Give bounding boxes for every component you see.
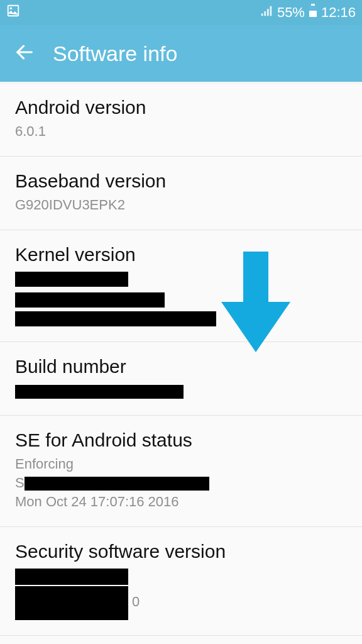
row-title: Baseband version — [15, 170, 347, 192]
signal-icon — [260, 4, 273, 21]
redaction — [15, 385, 184, 399]
row-value: Enforcing S Mon Oct 24 17:07:16 2016 — [15, 455, 347, 511]
image-icon — [6, 4, 20, 21]
row-title: SE for Android status — [15, 430, 347, 451]
row-value — [15, 269, 347, 326]
row-value — [15, 381, 347, 400]
row-title: Kernel version — [15, 244, 347, 265]
battery-icon — [309, 4, 317, 21]
page-title: Software info — [53, 42, 177, 66]
svg-rect-3 — [311, 4, 315, 6]
row-title: Build number — [15, 356, 347, 377]
settings-list: Android version 6.0.1 Baseband version G… — [0, 82, 362, 644]
clock: 12:16 — [321, 4, 356, 21]
row-kernel-version[interactable]: Kernel version — [0, 230, 362, 342]
row-value: G920IDVU3EPK2 — [15, 196, 347, 214]
app-bar: Software info — [0, 25, 362, 82]
redaction — [15, 569, 128, 585]
battery-percent: 55% — [277, 4, 305, 21]
redaction — [15, 292, 165, 308]
redaction — [15, 311, 216, 326]
svg-rect-4 — [309, 6, 317, 11]
row-build-number[interactable]: Build number — [0, 342, 362, 416]
row-title: Android version — [15, 97, 347, 118]
row-knox-version[interactable]: KNOX version KNOX 2.6 — [0, 636, 362, 644]
row-android-version[interactable]: Android version 6.0.1 — [0, 83, 362, 157]
redaction — [15, 586, 128, 620]
se-status-line2-prefix: S — [15, 475, 25, 491]
row-title: Security software version — [15, 541, 347, 562]
sec-sw-trail: 0 — [132, 594, 140, 609]
row-value: 6.0.1 — [15, 122, 347, 141]
status-bar: 55% 12:16 — [0, 0, 362, 25]
se-status-date: Mon Oct 24 17:07:16 2016 — [15, 494, 179, 509]
back-button[interactable] — [14, 42, 35, 65]
row-value: 0 — [15, 566, 347, 620]
redaction — [15, 272, 128, 287]
row-se-for-android-status[interactable]: SE for Android status Enforcing S Mon Oc… — [0, 416, 362, 527]
row-security-software-version[interactable]: Security software version 0 — [0, 527, 362, 636]
se-status-enforcing: Enforcing — [15, 456, 74, 472]
svg-point-1 — [10, 8, 13, 10]
row-baseband-version[interactable]: Baseband version G920IDVU3EPK2 — [0, 157, 362, 230]
redaction — [25, 477, 209, 491]
